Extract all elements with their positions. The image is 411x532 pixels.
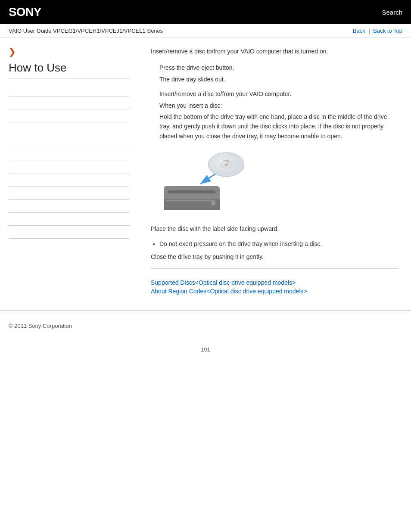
svg-rect-4 [166, 200, 215, 201]
sidebar: ❯ How to Use [0, 38, 138, 310]
step2-line1: Insert/remove a disc to/from your VAIO c… [159, 89, 398, 99]
footer: © 2011 Sony Corporation [0, 316, 411, 338]
sidebar-nav-item[interactable] [9, 84, 129, 96]
disc-image: VAIO [159, 149, 246, 214]
sidebar-nav-item[interactable] [9, 174, 129, 187]
supported-discs-link[interactable]: Supported Discs<Optical disc drive equip… [151, 279, 398, 286]
sidebar-nav-item[interactable] [9, 187, 129, 200]
back-to-top-link[interactable]: Back to Top [373, 28, 402, 34]
content-intro: Insert/remove a disc to/from your VAIO c… [151, 47, 398, 56]
place-disc-text: Place the disc with the label side facin… [151, 224, 398, 233]
svg-point-12 [220, 160, 227, 165]
sidebar-nav-item[interactable] [9, 200, 129, 213]
step1-line2: The drive tray slides out. [159, 75, 398, 84]
region-codes-link[interactable]: About Region Codes<Optical disc drive eq… [151, 288, 398, 295]
bullet-list: Do not exert pressure on the drive tray … [159, 239, 398, 249]
disc-illustration: VAIO [159, 149, 398, 215]
section-divider [151, 268, 398, 269]
step1-block: Press the drive eject button. The drive … [151, 63, 398, 84]
step2-line2: When you insert a disc: [159, 101, 398, 110]
step2-line3: Hold the bottom of the drive tray with o… [159, 112, 398, 141]
step2-block: Insert/remove a disc to/from your VAIO c… [151, 89, 398, 141]
main-container: ❯ How to Use Insert/remove a disc to/fro… [0, 38, 411, 310]
svg-point-3 [211, 201, 215, 205]
sidebar-nav-item[interactable] [9, 148, 129, 161]
footer-divider [0, 310, 411, 311]
sidebar-nav-item[interactable] [9, 135, 129, 148]
back-link[interactable]: Back [353, 28, 365, 34]
sony-logo: SONY [9, 5, 41, 19]
header: SONY Search [0, 0, 411, 24]
sidebar-nav-item[interactable] [9, 109, 129, 122]
guide-title: VAIO User Guide VPCEG1/VPCEH1/VPCEJ1/VPC… [9, 28, 163, 34]
nav-bar: VAIO User Guide VPCEG1/VPCEH1/VPCEJ1/VPC… [0, 24, 411, 38]
content-area: Insert/remove a disc to/from your VAIO c… [138, 38, 411, 310]
sidebar-nav-item[interactable] [9, 96, 129, 109]
sidebar-nav-item[interactable] [9, 122, 129, 135]
sidebar-nav-item[interactable] [9, 226, 129, 239]
sidebar-nav-item[interactable] [9, 161, 129, 174]
sidebar-arrow-icon: ❯ [9, 47, 129, 57]
close-tray-text: Close the drive tray by pushing it in ge… [151, 252, 398, 261]
page-number: 191 [0, 338, 411, 361]
step1-line1: Press the drive eject button. [159, 63, 398, 72]
nav-links: Back | Back to Top [353, 28, 402, 34]
svg-rect-2 [168, 190, 215, 193]
bullet-item-1: Do not exert pressure on the drive tray … [159, 239, 398, 249]
search-button[interactable]: Search [382, 9, 402, 16]
nav-separator: | [368, 28, 371, 34]
copyright-text: © 2011 Sony Corporation [9, 323, 72, 329]
sidebar-heading: How to Use [9, 61, 129, 78]
sidebar-nav-item[interactable] [9, 213, 129, 226]
links-section: Supported Discs<Optical disc drive equip… [151, 276, 398, 302]
